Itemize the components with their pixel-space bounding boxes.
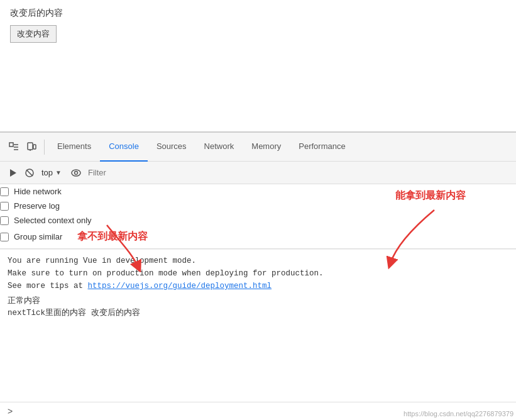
svg-point-11 bbox=[74, 171, 77, 174]
filter-input[interactable] bbox=[84, 167, 511, 179]
tab-network[interactable]: Network bbox=[195, 133, 243, 162]
page-title: 改变后的内容 bbox=[10, 8, 506, 19]
eye-icon[interactable] bbox=[68, 165, 84, 181]
console-nexttick-content: nextTick里面的内容 改变后的内容 bbox=[8, 307, 508, 318]
tab-memory[interactable]: Memory bbox=[243, 133, 290, 162]
annotation-can-get-latest: 能拿到最新内容 bbox=[395, 189, 466, 202]
console-normal-content: 正常内容 bbox=[8, 295, 508, 306]
inspect-element-icon[interactable] bbox=[5, 138, 23, 156]
deployment-link[interactable]: https://vuejs.org/guide/deployment.html bbox=[88, 282, 272, 290]
console-line-1: You are running Vue in development mode. bbox=[8, 255, 508, 267]
svg-rect-0 bbox=[9, 143, 13, 146]
svg-line-9 bbox=[26, 170, 33, 176]
console-line-3: See more tips at https://vuejs.org/guide… bbox=[8, 280, 508, 292]
group-similar-checkbox[interactable] bbox=[0, 233, 9, 241]
devtools-panel: Elements Console Sources Network Memory … bbox=[0, 132, 516, 420]
tab-console[interactable]: Console bbox=[100, 133, 148, 162]
group-similar-option: Group similar 拿不到最新内容 bbox=[0, 228, 516, 248]
console-options: Hide network Preserve log Selected conte… bbox=[0, 184, 516, 249]
svg-rect-5 bbox=[33, 145, 36, 149]
preserve-log-checkbox[interactable] bbox=[0, 202, 9, 211]
hide-network-checkbox[interactable] bbox=[0, 187, 9, 196]
annotation-cannot-get-latest: 拿不到最新内容 bbox=[77, 230, 148, 243]
device-toolbar-icon[interactable] bbox=[23, 138, 40, 156]
tab-elements[interactable]: Elements bbox=[48, 133, 100, 162]
hide-network-label: Hide network bbox=[14, 187, 62, 196]
console-output-area: You are running Vue in development mode.… bbox=[0, 249, 516, 402]
group-similar-label: Group similar bbox=[14, 232, 62, 241]
clear-console-icon[interactable] bbox=[21, 165, 38, 181]
selected-context-option: Selected context only bbox=[0, 213, 516, 228]
preserve-log-label: Preserve log bbox=[14, 201, 60, 211]
watermark: https://blog.csdn.net/qq2276879379 bbox=[403, 410, 513, 417]
selected-context-checkbox[interactable] bbox=[0, 216, 9, 225]
execute-script-icon[interactable] bbox=[5, 165, 21, 181]
tab-performance[interactable]: Performance bbox=[290, 133, 354, 162]
devtools-tab-bar: Elements Console Sources Network Memory … bbox=[0, 133, 516, 162]
console-toolbar: top ▼ bbox=[0, 162, 516, 184]
dropdown-arrow-icon: ▼ bbox=[55, 169, 62, 176]
tab-sources[interactable]: Sources bbox=[148, 133, 195, 162]
svg-point-10 bbox=[72, 170, 80, 176]
console-line-2: Make sure to turn on production mode whe… bbox=[8, 267, 508, 280]
prompt-chevron-icon: > bbox=[8, 406, 13, 416]
change-content-button[interactable]: 改变内容 bbox=[10, 25, 57, 43]
svg-rect-4 bbox=[28, 143, 33, 150]
context-selector[interactable]: top ▼ bbox=[38, 167, 65, 179]
selected-context-label: Selected context only bbox=[14, 216, 92, 225]
svg-marker-7 bbox=[10, 169, 16, 177]
